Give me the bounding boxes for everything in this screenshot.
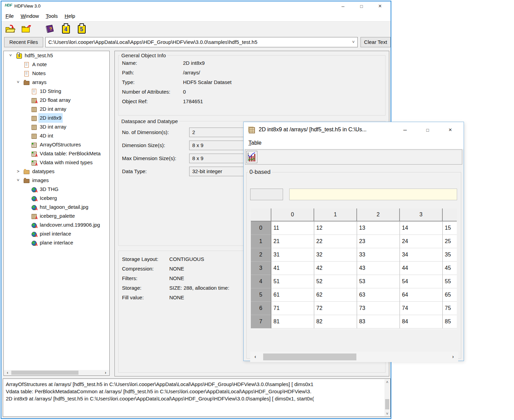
tree-item[interactable]: pixel interlace: [4, 229, 109, 238]
table-cell[interactable]: 73: [357, 302, 400, 315]
tree-item[interactable]: ArrayOfStructures: [4, 140, 109, 149]
table-cell[interactable]: 43: [357, 262, 400, 275]
tree-item[interactable]: Vdata table: PerBlockMeta: [4, 149, 109, 158]
table-cell[interactable]: 45: [443, 262, 457, 275]
combo-dropdown-icon[interactable]: [352, 37, 355, 47]
scroll-right-icon[interactable]: [450, 354, 456, 359]
tree-item[interactable]: hdf5_test.h5: [4, 51, 109, 60]
table-cell[interactable]: 44: [400, 262, 443, 275]
table-cell[interactable]: 62: [314, 288, 357, 302]
tree-horizontal-scrollbar[interactable]: [4, 370, 109, 375]
scroll-down-icon[interactable]: [384, 411, 390, 416]
menu-file[interactable]: File: [5, 11, 14, 21]
table-cell[interactable]: 32: [314, 248, 357, 262]
table-cell[interactable]: 42: [314, 262, 357, 275]
table-cell[interactable]: 55: [443, 275, 457, 288]
table-cell[interactable]: 83: [357, 315, 400, 328]
close-icon[interactable]: [371, 1, 389, 11]
scroll-thumb[interactable]: [11, 371, 78, 375]
open-file-icon[interactable]: [5, 23, 16, 34]
table-cell[interactable]: 24: [400, 235, 443, 248]
tree-item[interactable]: arrays: [4, 78, 109, 87]
table-cell[interactable]: 11: [271, 221, 314, 235]
hdf4-icon[interactable]: 4: [60, 23, 71, 34]
scroll-left-icon[interactable]: [4, 370, 11, 375]
table-cell[interactable]: 33: [357, 248, 400, 262]
tree-item[interactable]: landcover.umd.199906.jpg: [4, 220, 109, 229]
tree-item[interactable]: Iceberg: [4, 194, 109, 203]
tree-item[interactable]: images: [4, 176, 109, 185]
table-cell[interactable]: 82: [314, 315, 357, 328]
table-cell[interactable]: 52: [314, 275, 357, 288]
tree-item[interactable]: plane interlace: [4, 238, 109, 247]
tree-chevron-icon[interactable]: [17, 78, 24, 87]
clear-text-button[interactable]: Clear Text: [360, 37, 391, 47]
table-cell[interactable]: 72: [314, 302, 357, 315]
menu-tools[interactable]: Tools: [46, 11, 58, 21]
menu-help[interactable]: Help: [65, 11, 75, 21]
row-header[interactable]: 2: [251, 248, 271, 262]
table-cell[interactable]: 53: [357, 275, 400, 288]
scroll-left-icon[interactable]: [252, 354, 258, 359]
table-cell[interactable]: 14: [400, 221, 443, 235]
tree-item[interactable]: 1D String: [4, 87, 109, 96]
tree-item[interactable]: Vdata with mixed types: [4, 158, 109, 167]
minimize-icon[interactable]: [394, 122, 416, 137]
table-window-titlebar[interactable]: 2D int8x9 at /arrays/ [hdf5_test.h5 in C…: [244, 122, 464, 137]
tree-item[interactable]: 4D int: [4, 131, 109, 140]
table-cell[interactable]: 15: [443, 221, 457, 235]
tree-item[interactable]: 3D int array: [4, 122, 109, 131]
table-cell[interactable]: 41: [271, 262, 314, 275]
scroll-thumb[interactable]: [385, 399, 389, 409]
table-cell[interactable]: 22: [314, 235, 357, 248]
log-vertical-scrollbar[interactable]: [384, 379, 390, 416]
row-header[interactable]: 0: [251, 221, 271, 235]
chart-button[interactable]: [246, 151, 257, 163]
tree-item[interactable]: iceberg_palette: [4, 212, 109, 220]
table-cell[interactable]: 74: [400, 302, 443, 315]
table-cell[interactable]: 13: [357, 221, 400, 235]
tree-item[interactable]: 2D float array: [4, 96, 109, 105]
table-cell[interactable]: 54: [400, 275, 443, 288]
column-header[interactable]: 2: [357, 208, 400, 221]
maximize-icon[interactable]: [416, 122, 439, 137]
table-cell[interactable]: 84: [400, 315, 443, 328]
menu-window[interactable]: Window: [21, 11, 39, 21]
row-header[interactable]: 1: [251, 235, 271, 248]
row-header[interactable]: 3: [251, 262, 271, 275]
tree-item[interactable]: Notes: [4, 69, 109, 78]
table-cell[interactable]: 75: [443, 302, 457, 315]
recent-files-button[interactable]: Recent Files: [4, 37, 43, 47]
maximize-icon[interactable]: [352, 1, 371, 11]
table-cell[interactable]: 25: [443, 235, 457, 248]
close-file-icon[interactable]: [21, 23, 32, 34]
table-cell[interactable]: 63: [357, 288, 400, 302]
table-cell[interactable]: 65: [443, 288, 457, 302]
tree-item[interactable]: 3D THG: [4, 185, 109, 194]
scroll-thumb[interactable]: [263, 353, 356, 360]
row-header[interactable]: 6: [251, 302, 271, 315]
table-cell[interactable]: 85: [443, 315, 457, 328]
table-cell[interactable]: 21: [271, 235, 314, 248]
table-corner-cell[interactable]: [251, 208, 271, 221]
table-cell[interactable]: 51: [271, 275, 314, 288]
row-header[interactable]: 5: [251, 288, 271, 302]
scroll-up-icon[interactable]: [384, 380, 390, 384]
main-titlebar[interactable]: HDF HDFView 3.0: [1, 1, 391, 11]
table-cell[interactable]: 12: [314, 221, 357, 235]
table-cell[interactable]: 61: [271, 288, 314, 302]
tree-item[interactable]: datatypes: [4, 167, 109, 176]
table-horizontal-scrollbar[interactable]: [250, 352, 458, 362]
tree-item[interactable]: hst_lagoon_detail.jpg: [4, 203, 109, 212]
table-cell[interactable]: 34: [400, 248, 443, 262]
column-header[interactable]: 1: [314, 208, 357, 221]
column-header[interactable]: 3: [400, 208, 443, 221]
table-cell[interactable]: 23: [357, 235, 400, 248]
table-cell[interactable]: 81: [271, 315, 314, 328]
tree-chevron-icon[interactable]: [9, 51, 16, 60]
menu-table[interactable]: Table: [248, 137, 261, 149]
cell-editor-field[interactable]: [289, 189, 457, 200]
tree-item[interactable]: 2D int8x9: [4, 113, 109, 122]
column-header[interactable]: 0: [271, 208, 314, 221]
tree-chevron-icon[interactable]: [17, 167, 24, 176]
